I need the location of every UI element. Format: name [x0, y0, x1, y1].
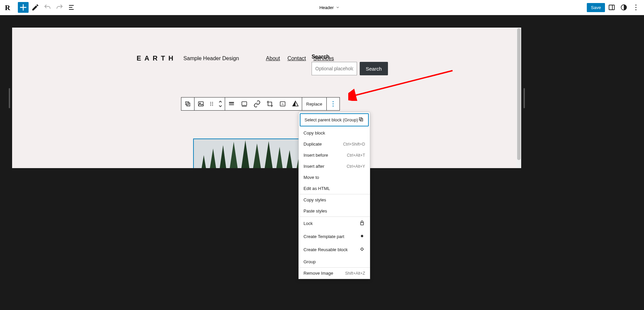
save-button[interactable]: Save — [587, 3, 605, 12]
replace-button[interactable]: Replace — [302, 98, 326, 110]
svg-text:A: A — [282, 103, 284, 106]
svg-point-46 — [332, 106, 333, 107]
list-view-button[interactable] — [66, 2, 77, 13]
search-input[interactable] — [312, 62, 357, 75]
menu-edit-html[interactable]: Edit as HTML — [299, 183, 370, 194]
svg-rect-29 — [199, 102, 204, 106]
svg-rect-28 — [187, 103, 190, 106]
document-title: Header — [319, 5, 334, 10]
svg-point-30 — [200, 103, 200, 104]
svg-rect-48 — [360, 119, 363, 121]
document-title-dropdown[interactable]: Header — [319, 5, 340, 10]
topbar-right-tools: Save — [587, 2, 641, 13]
options-menu-button[interactable] — [631, 2, 641, 13]
block-context-menu: Select parent block (Group) Copy block D… — [298, 112, 370, 279]
block-type-image-button[interactable] — [194, 98, 207, 110]
svg-rect-27 — [186, 102, 189, 105]
image-block-selected[interactable] — [193, 139, 309, 168]
svg-point-44 — [332, 101, 333, 102]
logo-letter: R — [5, 3, 10, 12]
crop-button[interactable] — [263, 98, 276, 110]
menu-insert-after[interactable]: Insert after Ctrl+Alt+Y — [299, 161, 370, 172]
svg-rect-40 — [242, 102, 247, 106]
link-button[interactable] — [251, 98, 263, 110]
svg-rect-37 — [229, 102, 234, 103]
lock-icon — [359, 220, 365, 227]
site-title[interactable]: EARTH — [137, 54, 177, 62]
wp-logo-button[interactable]: R — [0, 0, 15, 15]
svg-point-33 — [210, 104, 211, 104]
menu-create-reusable[interactable]: Create Reusable block — [299, 243, 370, 256]
scrollbar-track[interactable] — [516, 28, 521, 168]
menu-paste-styles[interactable]: Paste styles — [299, 205, 370, 217]
site-tagline[interactable]: Sample Header Design — [183, 55, 239, 62]
canvas-resize-right[interactable] — [524, 88, 525, 108]
search-block: Search Search — [312, 54, 388, 75]
select-parent-button[interactable] — [181, 98, 194, 110]
search-label[interactable]: Search — [312, 54, 388, 60]
drag-handle-button[interactable] — [207, 98, 216, 110]
redo-button[interactable] — [54, 2, 65, 13]
undo-button[interactable] — [42, 2, 53, 13]
scrollbar-thumb[interactable] — [517, 28, 521, 160]
svg-rect-47 — [359, 118, 362, 120]
menu-select-parent[interactable]: Select parent block (Group) — [300, 113, 369, 126]
sidebar-toggle-button[interactable] — [606, 2, 617, 13]
chevron-down-icon — [336, 5, 340, 9]
svg-point-31 — [210, 102, 211, 103]
duotone-button[interactable] — [289, 98, 302, 110]
block-options-button[interactable] — [327, 98, 339, 110]
canvas-resize-left[interactable] — [9, 88, 10, 108]
menu-copy-styles[interactable]: Copy styles — [299, 194, 370, 205]
edit-tool-button[interactable] — [30, 2, 41, 13]
menu-move-to[interactable]: Move to — [299, 172, 370, 183]
forest-image — [194, 139, 309, 168]
menu-copy-block[interactable]: Copy block — [299, 127, 370, 139]
svg-rect-39 — [229, 105, 234, 105]
move-arrows-button[interactable] — [216, 98, 225, 110]
text-overlay-button[interactable]: A — [276, 98, 289, 110]
nav-link-about[interactable]: About — [266, 55, 280, 62]
group-icon — [358, 116, 364, 123]
align-button[interactable] — [225, 98, 238, 110]
menu-duplicate[interactable]: Duplicate Ctrl+Shift+D — [299, 139, 370, 150]
diamond-filled-icon — [359, 233, 365, 240]
diamond-outline-icon — [359, 246, 365, 253]
svg-point-32 — [212, 102, 213, 103]
svg-point-10 — [635, 9, 636, 10]
add-block-button[interactable] — [18, 2, 29, 13]
svg-point-35 — [210, 105, 211, 106]
menu-insert-before[interactable]: Insert before Ctrl+Alt+T — [299, 150, 370, 161]
styles-button[interactable] — [618, 2, 629, 13]
block-toolbar: A Replace — [181, 97, 340, 111]
svg-rect-51 — [361, 248, 363, 250]
caption-button[interactable] — [238, 98, 251, 110]
svg-rect-5 — [609, 5, 614, 10]
menu-remove-image[interactable]: Remove Image Shift+Alt+Z — [299, 268, 370, 279]
svg-rect-38 — [229, 104, 234, 104]
svg-rect-49 — [361, 223, 364, 225]
svg-rect-50 — [361, 235, 363, 237]
menu-create-template[interactable]: Create Template part — [299, 230, 370, 243]
svg-point-36 — [212, 105, 213, 106]
svg-point-8 — [635, 4, 636, 5]
editor-topbar: Header Save — [15, 0, 644, 15]
svg-point-45 — [332, 104, 333, 105]
svg-point-34 — [212, 104, 213, 104]
menu-group[interactable]: Group — [299, 256, 370, 267]
nav-link-contact[interactable]: Contact — [287, 55, 306, 62]
menu-lock[interactable]: Lock — [299, 217, 370, 230]
svg-point-9 — [635, 7, 636, 8]
search-button[interactable]: Search — [360, 62, 388, 75]
topbar-left-tools — [18, 2, 77, 13]
